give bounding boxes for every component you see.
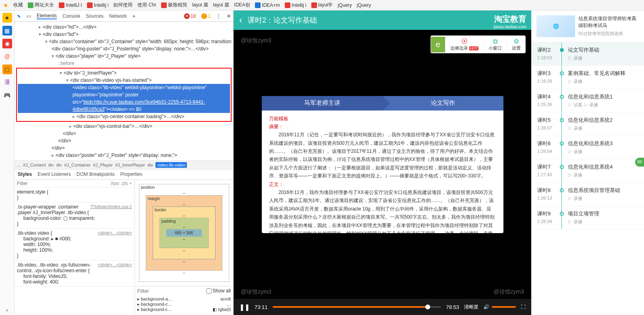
- duration: 78:53: [446, 304, 459, 310]
- cls-toggle[interactable]: .cls: [120, 181, 128, 186]
- favorites-star-icon[interactable]: ★: [3, 2, 8, 8]
- browser-icon[interactable]: e: [431, 37, 445, 52]
- lesson-item[interactable]: 课时51:28:07信息化和信息系统2▷ 录播: [532, 113, 644, 136]
- device-icon[interactable]: ▭: [27, 13, 31, 19]
- bookmark-item[interactable]: layui 腐: [192, 2, 208, 8]
- bookmark-item[interactable]: jQuery: [338, 2, 352, 8]
- box-model[interactable]: position– margin– border– padding– 665 ×…: [135, 180, 233, 286]
- notification-badge[interactable]: 68: [635, 158, 644, 167]
- dom-tree[interactable]: ▸<div class="hd">…</div> ▾<div class="bd…: [14, 22, 233, 161]
- hov-toggle[interactable]: :hov: [110, 181, 119, 186]
- styles-tabs: Styles Event Listeners DOM Breakpoints P…: [14, 169, 233, 180]
- video-header: ‹ 课时2：论文写作基础 淘宝教育 jiaoyu.taobao.com: [234, 10, 531, 30]
- bookmark-item[interactable]: IntelliJ I: [59, 2, 82, 8]
- devtools-panel: ⬉ ▭ Elements Console Sources Network » ✕…: [14, 10, 234, 315]
- current-time: 73:11: [255, 304, 268, 310]
- highlighted-dom-region: ▾<div id="J_InnerPlayer"> ▾<div class="l…: [16, 68, 232, 122]
- add-rule-icon[interactable]: +: [129, 181, 132, 186]
- styles-rules[interactable]: :hov .cls + element.style {} ??p/learn/i…: [14, 180, 135, 315]
- taobao-edu-logo: 淘宝教育 jiaoyu.taobao.com: [494, 14, 526, 29]
- slide-content: 马军老师主讲 论文写作 万能模板 摘要： 2016年11月（记住，一定要写和考试…: [262, 96, 503, 233]
- pause-icon[interactable]: ❚❚: [239, 303, 250, 311]
- bookmark-item[interactable]: layui学: [311, 2, 333, 8]
- tab-properties[interactable]: Properties: [120, 171, 143, 177]
- inspect-icon[interactable]: ⬉: [17, 13, 21, 19]
- close-devtools-icon[interactable]: ✕: [227, 13, 231, 19]
- lesson-item[interactable]: 课时81:26:13信息系统项目管理基础▷ 录播: [532, 183, 644, 206]
- lesson-item[interactable]: 课时61:28:54信息化和信息系统3▷ 录播: [532, 136, 644, 159]
- video-player: ‹ 课时2：论文写作基础 淘宝教育 jiaoyu.taobao.com @珍惜z…: [234, 10, 531, 315]
- tab-styles[interactable]: Styles: [18, 171, 32, 177]
- volume-control[interactable]: 🔊: [483, 304, 516, 310]
- tab-network[interactable]: Network: [109, 13, 127, 19]
- fullscreen-icon[interactable]: ⛶: [521, 304, 526, 310]
- sidebar-weibo-icon[interactable]: ◉: [2, 39, 12, 48]
- warning-badge[interactable]: !1: [201, 13, 211, 19]
- bookmarks-bar: ★ 收藏 网址大全 IntelliJ I Intellij i 如何使用 使用 …: [0, 0, 644, 10]
- video-toolbar: e ⦿边播边录 HOT ⧉小窗口 ⚙设置: [431, 35, 526, 53]
- lesson-item[interactable]: 课时91:28:34项目立项管理▷ 录播: [532, 206, 644, 229]
- browser-sidebar: ★ ▦ ◉ @ ▢ 漫 🎮 +: [0, 10, 14, 315]
- record-button[interactable]: ⦿边播边录 HOT: [445, 36, 483, 53]
- watermark: @珍惜zym3: [493, 288, 524, 296]
- video-canvas[interactable]: @珍惜zym3 @珍惜zym3 @珍惜zym3 @珍惜zym3 e ⦿边播边录 …: [234, 30, 531, 299]
- tab-sources[interactable]: Sources: [86, 13, 104, 19]
- sidebar-at-icon[interactable]: @: [2, 52, 12, 61]
- tab-elements[interactable]: Elements: [37, 13, 57, 19]
- back-icon[interactable]: ‹: [239, 15, 242, 25]
- course-panel: 🌐 信息系统项目管理师软考高级职称考试马 91过软考学院院授老师 课时21:18…: [531, 10, 644, 315]
- lesson-item[interactable]: 课时71:27:43信息化和信息系统4▷ 录播: [532, 159, 644, 183]
- tab-event-listeners[interactable]: Event Listeners: [37, 171, 71, 177]
- devtools-tabs: ⬉ ▭ Elements Console Sources Network » ✕…: [14, 10, 233, 22]
- more-tabs-icon[interactable]: »: [133, 13, 135, 19]
- bookmark-item[interactable]: 极致精简: [161, 2, 187, 8]
- video-controls: ❚❚ 73:11 78:53 清晰度 🔊 ⛶: [234, 299, 531, 315]
- dom-breadcrumb[interactable]: ... #J_Content div div #J_Container #J_P…: [14, 161, 233, 169]
- show-all-checkbox[interactable]: [205, 288, 213, 294]
- course-teacher: 91过软考学院院授老师: [578, 31, 639, 37]
- bookmark-item[interactable]: Intellij i: [87, 2, 109, 8]
- lesson-item[interactable]: 课时41:25:39信息化和信息系统1▷ 试看 ▷ 录播: [532, 89, 644, 113]
- sidebar-manga-icon[interactable]: 漫: [2, 77, 12, 87]
- lesson-list[interactable]: 课时21:18:53论文写作基础▷ 录播课时31:16:28案例基础、常见名词解…: [532, 42, 644, 315]
- bookmark-item[interactable]: 网址大全: [28, 2, 54, 8]
- mini-window-button[interactable]: ⧉小窗口: [483, 36, 507, 53]
- lesson-title: 课时2：论文写作基础: [248, 15, 317, 25]
- course-title: 信息系统项目管理师软考高级职称考试马: [578, 15, 639, 29]
- sidebar-box-icon[interactable]: ▢: [2, 65, 12, 74]
- bookmark-item[interactable]: IDEA创: [234, 2, 250, 8]
- watermark: @珍惜zym3: [241, 288, 271, 296]
- sidebar-game-icon[interactable]: 🎮: [2, 90, 12, 100]
- lesson-item[interactable]: 课时21:18:53论文写作基础▷ 录播: [532, 42, 644, 66]
- watermark: @珍惜zym3: [241, 37, 271, 44]
- quality-button[interactable]: 清晰度: [464, 304, 478, 311]
- volume-icon[interactable]: 🔊: [483, 304, 489, 310]
- tab-console[interactable]: Console: [62, 13, 80, 19]
- lesson-item[interactable]: 课时31:16:28案例基础、常见名词解释▷ 录播: [532, 66, 644, 89]
- bookmark-item[interactable]: 如何使用: [113, 2, 133, 8]
- bookmark-item[interactable]: 使用 Chr: [137, 2, 156, 8]
- selected-dom-node[interactable]: <video class="lib-video" webkit-playsinl…: [18, 84, 230, 113]
- tab-dom-breakpoints[interactable]: DOM Breakpoints: [77, 171, 115, 177]
- sidebar-fav-icon[interactable]: ★: [2, 13, 12, 23]
- sidebar-app-icon[interactable]: ▦: [2, 26, 12, 35]
- settings-icon[interactable]: ⋮: [216, 13, 221, 19]
- computed-pane: position– margin– border– padding– 665 ×…: [135, 180, 233, 315]
- bookmark-item[interactable]: Intellij i: [285, 2, 306, 8]
- styles-filter-input[interactable]: [17, 181, 110, 186]
- course-thumbnail: 🌐: [536, 15, 575, 37]
- sidebar-add-icon[interactable]: +: [2, 305, 12, 315]
- course-header: 🌐 信息系统项目管理师软考高级职称考试马 91过软考学院院授老师: [532, 10, 644, 42]
- bookmark-item[interactable]: jQuery: [357, 2, 371, 8]
- favorites-label[interactable]: 收藏: [13, 2, 23, 8]
- computed-filter-input[interactable]: [137, 288, 205, 294]
- error-badge[interactable]: ✕18: [184, 13, 196, 19]
- progress-bar[interactable]: [273, 306, 441, 308]
- bookmark-item[interactable]: IDEA+m: [255, 2, 280, 8]
- video-settings-button[interactable]: ⚙设置: [507, 36, 526, 53]
- bookmark-item[interactable]: layui 腐: [213, 2, 229, 8]
